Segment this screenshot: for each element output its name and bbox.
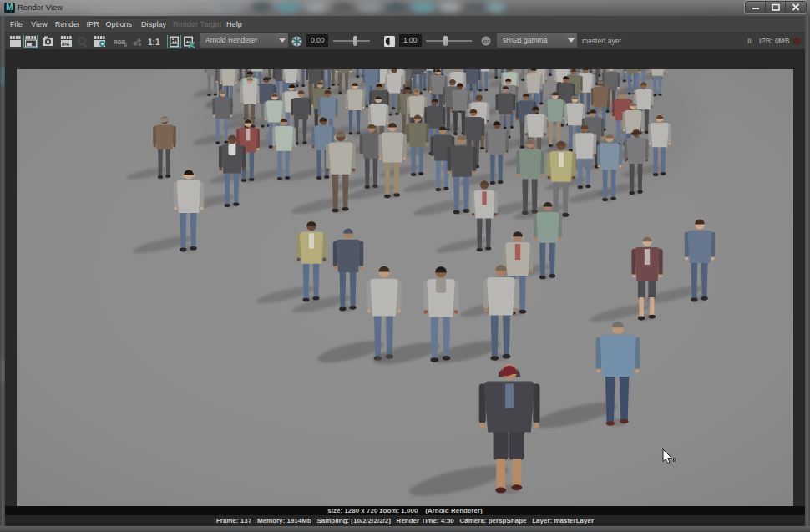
svg-text:II: II [673, 457, 676, 463]
svg-text:IPR: IPR [62, 42, 69, 47]
svg-text:457: 457 [483, 39, 490, 44]
svg-text:RGB: RGB [114, 39, 126, 45]
svg-text:1:1: 1:1 [148, 38, 160, 47]
